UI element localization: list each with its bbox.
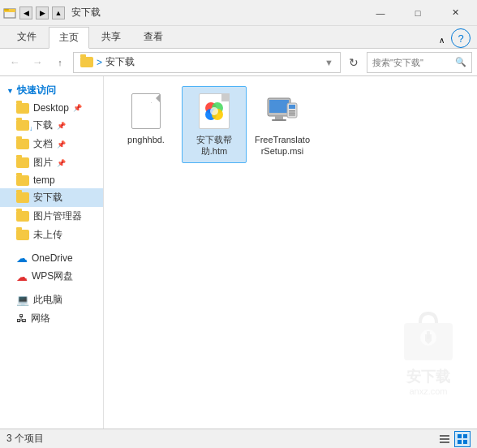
folder-icon bbox=[16, 175, 29, 186]
sidebar-item-documents[interactable]: 文档 📌 bbox=[0, 135, 103, 153]
svg-rect-17 bbox=[289, 110, 295, 112]
sidebar-item-onedrive[interactable]: ☁ OneDrive bbox=[0, 249, 103, 267]
content-area: 安下载 anxz.com pnghhbd. bbox=[104, 76, 477, 429]
svg-rect-25 bbox=[458, 440, 462, 444]
ribbon-collapse-btn[interactable]: ∧ bbox=[432, 32, 451, 48]
sidebar-item-network[interactable]: 🖧 网络 bbox=[0, 309, 103, 328]
sidebar-item-desktop[interactable]: Desktop 📌 bbox=[0, 100, 103, 116]
svg-rect-2 bbox=[4, 9, 9, 11]
refresh-button[interactable]: ↻ bbox=[344, 53, 363, 72]
svg-rect-14 bbox=[272, 119, 286, 121]
address-dropdown-icon[interactable]: ▼ bbox=[324, 58, 333, 67]
sidebar-label: 网络 bbox=[31, 312, 50, 325]
pin-icon: 📌 bbox=[57, 159, 66, 167]
details-view-button[interactable] bbox=[436, 431, 453, 447]
minimize-button[interactable]: — bbox=[362, 0, 399, 26]
sidebar-label: 图片 bbox=[33, 156, 53, 170]
cloud-section: ☁ OneDrive ☁ WPS网盘 bbox=[0, 249, 103, 286]
sidebar-label: 未上传 bbox=[33, 228, 62, 242]
pin-icon: 📌 bbox=[57, 122, 66, 130]
status-right bbox=[436, 431, 471, 447]
window-title: 安下载 bbox=[71, 6, 101, 19]
watermark: 安下载 anxz.com bbox=[396, 307, 461, 396]
breadcrumb-text: > bbox=[97, 57, 102, 68]
sidebar-item-pictures[interactable]: 图片 📌 bbox=[0, 153, 103, 172]
sidebar-item-not-uploaded[interactable]: 未上传 bbox=[0, 226, 103, 244]
svg-rect-5 bbox=[427, 331, 430, 339]
file-item-msi[interactable]: FreeTranslatorSetup.msi bbox=[250, 86, 315, 163]
tab-share[interactable]: 共享 bbox=[91, 26, 131, 48]
help-button[interactable]: ? bbox=[451, 28, 471, 48]
folder-icon bbox=[80, 57, 93, 67]
main-area: ▼ 快速访问 Desktop 📌 下载 📌 文档 📌 图片 📌 temp bbox=[0, 76, 477, 429]
file-item-htm[interactable]: 安下载帮助.htm bbox=[182, 86, 247, 163]
status-bar: 3 个项目 bbox=[0, 429, 477, 448]
title-forward-btn[interactable]: ▶ bbox=[36, 6, 49, 19]
svg-rect-18 bbox=[289, 113, 295, 114]
folder-download-icon bbox=[16, 120, 29, 131]
msi-svg bbox=[264, 93, 300, 129]
ribbon-tabs: 文件 主页 共享 查看 ∧ ? bbox=[0, 26, 477, 49]
tab-home[interactable]: 主页 bbox=[49, 27, 89, 49]
sidebar-label: OneDrive bbox=[32, 252, 73, 264]
search-icon[interactable]: 🔍 bbox=[455, 57, 466, 67]
file-icon-htm bbox=[195, 92, 234, 131]
tab-view[interactable]: 查看 bbox=[133, 26, 174, 48]
sidebar-item-temp[interactable]: temp bbox=[0, 172, 103, 188]
folder-icon bbox=[16, 192, 29, 203]
sidebar-item-thispc[interactable]: 💻 此电脑 bbox=[0, 291, 103, 309]
svg-rect-24 bbox=[463, 434, 467, 438]
title-bar-left: ◀ ▶ ▲ 安下载 bbox=[3, 6, 362, 19]
tab-file[interactable]: 文件 bbox=[6, 26, 47, 48]
device-section: 💻 此电脑 🖧 网络 bbox=[0, 291, 103, 328]
folder-icon bbox=[16, 139, 29, 149]
search-box: 🔍 bbox=[367, 52, 472, 73]
file-name: FreeTranslatorSetup.msi bbox=[254, 134, 311, 157]
msi-icon-wrap bbox=[263, 92, 302, 131]
sidebar-label: Desktop bbox=[33, 102, 69, 114]
sidebar-item-anxiazai[interactable]: 安下载 bbox=[0, 188, 103, 207]
address-box[interactable]: > 安下载 ▼ bbox=[73, 52, 341, 73]
file-icon-generic bbox=[127, 92, 165, 131]
tiles-view-icon bbox=[457, 433, 468, 445]
sidebar-label: 文档 bbox=[33, 137, 53, 151]
watermark-url: anxz.com bbox=[409, 386, 447, 396]
window-icon bbox=[3, 6, 16, 19]
current-folder-name: 安下载 bbox=[105, 55, 135, 69]
tiles-view-button[interactable] bbox=[454, 431, 471, 447]
sidebar-label: 安下载 bbox=[33, 191, 62, 205]
sidebar-label: 下载 bbox=[33, 118, 53, 132]
sidebar-item-download[interactable]: 下载 📌 bbox=[0, 116, 103, 135]
svg-rect-19 bbox=[289, 114, 295, 116]
title-back-btn[interactable]: ◀ bbox=[19, 6, 32, 19]
svg-rect-23 bbox=[458, 434, 462, 438]
svg-rect-22 bbox=[440, 442, 449, 443]
sidebar-label: 图片管理器 bbox=[33, 209, 82, 223]
sidebar: ▼ 快速访问 Desktop 📌 下载 📌 文档 📌 图片 📌 temp bbox=[0, 76, 104, 429]
details-view-icon bbox=[439, 433, 450, 445]
window-controls: — □ ✕ bbox=[362, 0, 474, 26]
svg-rect-12 bbox=[269, 100, 289, 113]
search-input[interactable] bbox=[372, 58, 455, 67]
svg-point-4 bbox=[420, 330, 436, 346]
title-bar: ◀ ▶ ▲ 安下载 — □ ✕ bbox=[0, 0, 477, 26]
file-grid: pnghhbd. bbox=[114, 86, 467, 163]
svg-rect-20 bbox=[440, 435, 449, 437]
sidebar-item-wps[interactable]: ☁ WPS网盘 bbox=[0, 267, 103, 286]
back-button[interactable]: ← bbox=[5, 53, 24, 72]
quick-access-chevron: ▼ bbox=[6, 87, 14, 95]
sidebar-item-image-manager[interactable]: 图片管理器 bbox=[0, 207, 103, 226]
sidebar-label: temp bbox=[33, 174, 55, 186]
svg-rect-21 bbox=[440, 438, 449, 440]
forward-button[interactable]: → bbox=[28, 53, 47, 72]
file-item-pnghhbd[interactable]: pnghhbd. bbox=[114, 86, 178, 151]
title-up-btn[interactable]: ▲ bbox=[52, 6, 65, 19]
pin-icon: 📌 bbox=[57, 140, 66, 149]
watermark-text: 安下载 bbox=[406, 367, 450, 386]
quick-access-header[interactable]: ▼ 快速访问 bbox=[0, 81, 103, 100]
close-button[interactable]: ✕ bbox=[436, 0, 474, 26]
up-button[interactable]: ↑ bbox=[50, 53, 70, 72]
svg-rect-26 bbox=[463, 440, 467, 444]
svg-rect-3 bbox=[404, 323, 453, 360]
maximize-button[interactable]: □ bbox=[399, 0, 436, 26]
